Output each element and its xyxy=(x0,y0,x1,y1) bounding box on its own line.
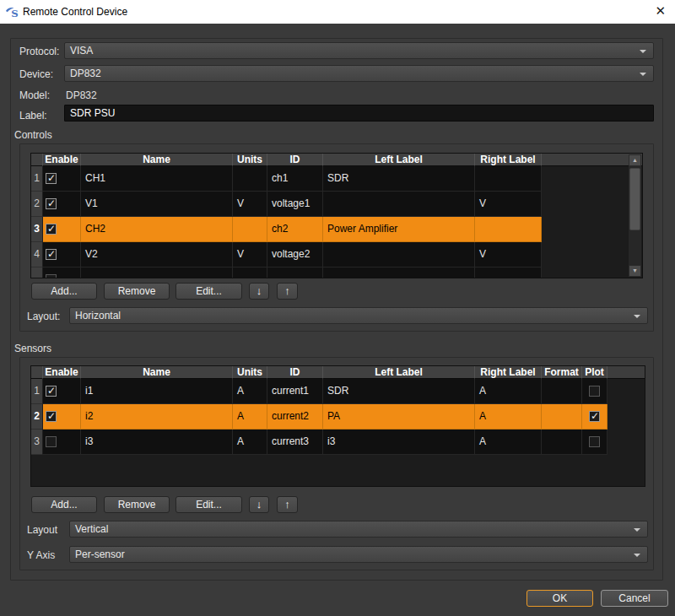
id-cell[interactable] xyxy=(267,267,323,278)
controls-move-up-button[interactable]: ↑ xyxy=(277,283,298,300)
right-label-cell[interactable] xyxy=(475,267,542,278)
window-titlebar[interactable]: S Remote Control Device ✕ xyxy=(0,0,675,24)
id-cell[interactable]: current1 xyxy=(267,379,323,404)
units-cell[interactable]: V xyxy=(233,192,267,217)
row-number[interactable]: 3 xyxy=(31,217,43,242)
right-label-cell[interactable]: A xyxy=(475,430,542,455)
column-header-left-label[interactable]: Left Label xyxy=(323,366,475,379)
controls-layout-select[interactable]: Horizontal xyxy=(69,307,648,324)
plot-checkbox[interactable] xyxy=(589,386,600,397)
column-header-name[interactable]: Name xyxy=(81,366,233,379)
format-cell[interactable] xyxy=(542,379,582,404)
device-select[interactable]: DP832 xyxy=(64,65,654,82)
column-header-right-label[interactable]: Right Label xyxy=(475,154,542,166)
label-input[interactable] xyxy=(64,105,654,122)
row-number[interactable]: 2 xyxy=(31,404,43,430)
enable-cell[interactable] xyxy=(43,404,81,430)
name-cell[interactable]: CH1 xyxy=(81,166,233,192)
format-cell[interactable] xyxy=(542,430,582,455)
sensors-remove-button[interactable]: Remove xyxy=(104,496,170,513)
enable-checkbox[interactable] xyxy=(46,198,57,209)
row-number[interactable]: 2 xyxy=(31,192,43,217)
enable-checkbox[interactable] xyxy=(46,173,57,184)
right-label-cell[interactable]: V xyxy=(475,192,542,217)
vertical-scrollbar[interactable]: ▲ ▼ xyxy=(629,154,641,277)
sensors-move-down-button[interactable]: ↓ xyxy=(249,496,269,513)
column-header-plot[interactable]: Plot xyxy=(582,366,608,379)
scrollbar-handle[interactable] xyxy=(629,168,640,230)
plot-cell[interactable] xyxy=(582,404,608,430)
right-label-cell[interactable]: A xyxy=(475,404,542,430)
column-header-right-label[interactable]: Right Label xyxy=(475,366,542,379)
left-label-cell[interactable]: i3 xyxy=(323,430,475,455)
enable-checkbox[interactable] xyxy=(46,386,57,397)
sensors-move-up-button[interactable]: ↑ xyxy=(277,496,298,513)
enable-checkbox[interactable] xyxy=(46,224,57,235)
left-label-cell[interactable] xyxy=(323,192,475,217)
sensors-add-button[interactable]: Add... xyxy=(31,496,97,513)
row-number[interactable]: 1 xyxy=(31,379,43,404)
scrollbar-up-icon[interactable]: ▲ xyxy=(629,154,641,166)
left-label-cell[interactable]: Power Amplifier xyxy=(323,217,475,242)
id-cell[interactable]: current3 xyxy=(267,430,323,455)
enable-cell[interactable] xyxy=(43,430,81,455)
scrollbar-down-icon[interactable]: ▼ xyxy=(629,265,641,277)
enable-checkbox[interactable] xyxy=(46,436,57,447)
column-header-left-label[interactable]: Left Label xyxy=(323,154,475,166)
units-cell[interactable]: A xyxy=(233,404,267,430)
sensors-layout-select[interactable]: Vertical xyxy=(69,521,648,538)
plot-cell[interactable] xyxy=(582,379,608,404)
sensors-edit-button[interactable]: Edit... xyxy=(176,496,242,513)
column-header-units[interactable]: Units xyxy=(233,366,267,379)
id-cell[interactable]: ch2 xyxy=(267,217,323,242)
table-corner[interactable] xyxy=(31,154,43,166)
enable-checkbox[interactable] xyxy=(46,249,57,260)
name-cell[interactable]: i2 xyxy=(81,404,233,430)
name-cell[interactable]: V1 xyxy=(81,192,233,217)
table-row[interactable]: 4 V2 V voltage2 V xyxy=(31,242,642,267)
name-cell[interactable]: V2 xyxy=(81,242,233,267)
controls-edit-button[interactable]: Edit... xyxy=(176,283,242,300)
table-row[interactable]: 3 i3 A current3 i3 A xyxy=(31,430,645,455)
left-label-cell[interactable]: SDR xyxy=(323,379,475,404)
units-cell[interactable] xyxy=(233,267,267,278)
table-row-partial[interactable] xyxy=(31,267,642,278)
controls-remove-button[interactable]: Remove xyxy=(104,283,170,300)
yaxis-select[interactable]: Per-sensor xyxy=(69,546,648,563)
units-cell[interactable]: V xyxy=(233,242,267,267)
close-icon[interactable]: ✕ xyxy=(655,4,666,18)
cancel-button[interactable]: Cancel xyxy=(601,590,668,607)
column-header-enable[interactable]: Enable xyxy=(43,154,81,166)
id-cell[interactable]: voltage1 xyxy=(267,192,323,217)
plot-cell[interactable] xyxy=(582,430,608,455)
controls-move-down-button[interactable]: ↓ xyxy=(249,283,269,300)
table-row[interactable]: 2 V1 V voltage1 V xyxy=(31,192,642,217)
plot-checkbox[interactable] xyxy=(589,411,600,422)
enable-cell[interactable] xyxy=(43,379,81,404)
ok-button[interactable]: OK xyxy=(526,590,593,607)
enable-checkbox[interactable] xyxy=(46,274,57,278)
enable-cell[interactable] xyxy=(43,217,81,242)
enable-cell[interactable] xyxy=(43,267,81,278)
enable-cell[interactable] xyxy=(43,242,81,267)
table-row[interactable]: 3 CH2 ch2 Power Amplifier xyxy=(31,217,642,242)
right-label-cell[interactable] xyxy=(475,166,542,192)
name-cell[interactable]: CH2 xyxy=(81,217,233,242)
column-header-id[interactable]: ID xyxy=(267,154,323,166)
table-row[interactable]: 2 i2 A current2 PA A xyxy=(31,404,645,430)
enable-cell[interactable] xyxy=(43,192,81,217)
units-cell[interactable] xyxy=(233,217,267,242)
column-header-id[interactable]: ID xyxy=(267,366,323,379)
row-number[interactable]: 3 xyxy=(31,430,43,455)
column-header-name[interactable]: Name xyxy=(81,154,233,166)
id-cell[interactable]: ch1 xyxy=(267,166,323,192)
enable-checkbox[interactable] xyxy=(46,411,57,422)
id-cell[interactable]: current2 xyxy=(267,404,323,430)
right-label-cell[interactable]: V xyxy=(475,242,542,267)
left-label-cell[interactable]: PA xyxy=(323,404,475,430)
table-row[interactable]: 1 i1 A current1 SDR A xyxy=(31,379,645,404)
column-header-enable[interactable]: Enable xyxy=(43,366,81,379)
name-cell[interactable]: i3 xyxy=(81,430,233,455)
name-cell[interactable] xyxy=(81,267,233,278)
enable-cell[interactable] xyxy=(43,166,81,192)
